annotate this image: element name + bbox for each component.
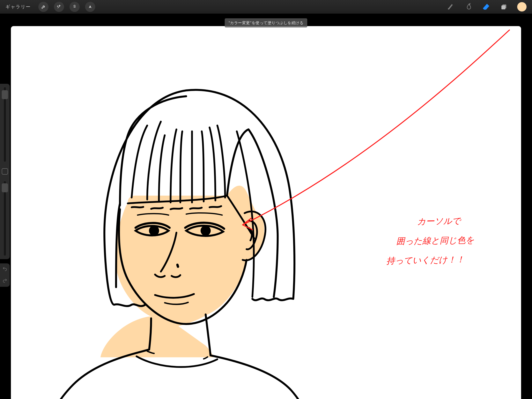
- opacity-slider[interactable]: [4, 181, 6, 256]
- layers-icon[interactable]: [499, 2, 509, 12]
- brush-icon[interactable]: [446, 2, 455, 12]
- annotation-arrow: [243, 30, 509, 225]
- undo-icon[interactable]: [2, 266, 7, 272]
- svg-point-2: [150, 226, 158, 235]
- left-sidebar: [0, 84, 10, 259]
- wrench-icon[interactable]: [38, 2, 49, 12]
- svg-point-3: [201, 226, 210, 235]
- smudge-icon[interactable]: [463, 2, 473, 12]
- drawing-canvas[interactable]: カーソルで 囲った線と同じ色を 持っていくだけ！！: [11, 26, 521, 399]
- annotation-line-3: 持っていくだけ！！: [386, 251, 465, 269]
- eraser-icon[interactable]: [481, 2, 491, 12]
- top-toolbar: ギャラリー: [0, 0, 532, 14]
- canvas-viewport: カーソルで 囲った線と同じ色を 持っていくだけ！！: [0, 14, 532, 399]
- opacity-thumb[interactable]: [2, 183, 8, 192]
- wand-icon[interactable]: [54, 2, 64, 12]
- annotation-line-2: 囲った線と同じ色を: [396, 232, 474, 250]
- svg-rect-1: [501, 6, 505, 9]
- brush-size-slider[interactable]: [4, 87, 6, 162]
- cursor-arrow-icon[interactable]: [85, 2, 95, 12]
- gallery-button[interactable]: ギャラリー: [6, 4, 31, 10]
- annotation-line-1: カーソルで: [417, 213, 461, 230]
- color-swatch[interactable]: [517, 2, 526, 12]
- hint-toast: "カラー変更"を使って塗りつぶしを続ける: [225, 18, 307, 27]
- redo-icon[interactable]: [2, 278, 7, 284]
- modify-button[interactable]: [2, 168, 8, 174]
- selection-s-icon[interactable]: [70, 2, 80, 12]
- undo-redo-sidebar: [0, 264, 10, 287]
- brush-size-thumb[interactable]: [2, 90, 8, 99]
